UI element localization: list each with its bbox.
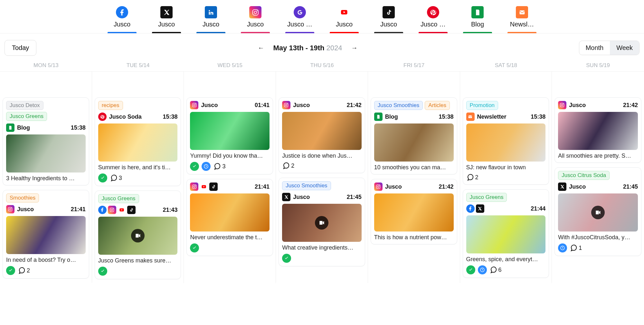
instagram-icon [282, 101, 290, 109]
comments-count: 2 [18, 267, 30, 274]
post-card[interactable]: PromotionNewsletter15:38SJ: new flavour … [463, 97, 549, 185]
status-scheduled-icon [558, 243, 567, 252]
account-tab-label: Jusco [158, 21, 175, 30]
post-time: 15:38 [531, 113, 545, 120]
post-footer: 1 [558, 243, 638, 252]
post-footer [190, 243, 270, 252]
channel-name: Jusco [293, 194, 310, 201]
google-icon [294, 6, 306, 18]
status-approved-icon [190, 243, 199, 252]
tag: Articles [425, 101, 450, 110]
youtube-icon [338, 6, 350, 18]
prev-week-button[interactable]: ← [255, 43, 267, 53]
post-caption: Summer is here, and it's ti… [98, 164, 178, 171]
post-card[interactable]: Jusco21:42All smoothies are pretty. S… [554, 97, 641, 163]
account-tab-label: Jusco [247, 21, 264, 30]
post-card[interactable]: Jusco21:42This is how a nutrient pow… [371, 179, 457, 244]
calendar-controls: Today ← May 13th - 19th 2024 → Month Wee… [0, 34, 644, 59]
post-caption: Justice is done when Jus… [282, 153, 362, 159]
post-caption: SJ: new flavour in town [466, 164, 546, 171]
view-week-button[interactable]: Week [610, 41, 639, 55]
post-caption: All smoothies are pretty. S… [558, 153, 638, 159]
day-headers: MON 5/13TUE 5/14WED 5/15THU 5/16FRI 5/17… [0, 59, 644, 72]
view-month-button[interactable]: Month [579, 41, 610, 55]
account-tab-tiktok[interactable]: Jusco [374, 6, 403, 33]
post-card[interactable]: Jusco Greens21:44Greens, spice, and ever… [463, 189, 549, 278]
post-footer: 6 [466, 265, 546, 274]
x-icon [476, 204, 484, 213]
svg-rect-26 [469, 115, 472, 118]
tiktok-icon [383, 6, 395, 18]
blog-icon [6, 123, 14, 132]
account-tab-google[interactable]: Jusco … [285, 6, 314, 33]
channel-row: Jusco [282, 101, 310, 109]
today-button[interactable]: Today [5, 40, 36, 56]
svg-point-14 [195, 104, 196, 104]
post-card[interactable]: Jusco SmoothiesJusco21:45What creative i… [279, 178, 365, 266]
tag: Jusco Smoothies [282, 181, 331, 190]
instagram-icon [190, 101, 198, 109]
post-caption: With #JuscoCitrusSoda, y… [558, 234, 638, 241]
account-tab-instagram[interactable]: Jusco [241, 6, 270, 33]
post-card[interactable]: Jusco SmoothiesArticlesBlog15:3810 smoot… [371, 97, 457, 174]
account-tab-facebook[interactable]: Jusco [108, 6, 137, 33]
account-tab-label: Jusco … [287, 21, 312, 30]
account-tab-x[interactable]: Jusco [152, 6, 181, 33]
channel-name: Jusco Soda [109, 113, 142, 120]
comments-count: 2 [282, 162, 294, 170]
account-tab-youtube[interactable]: Jusco [330, 6, 359, 33]
post-card[interactable]: Jusco01:41Yummy! Did you know tha…3 [186, 97, 273, 174]
post-time: 21:45 [623, 183, 638, 190]
post-time: 21:42 [347, 102, 362, 109]
instagram-icon [6, 205, 14, 213]
tag: Jusco Detox [6, 101, 43, 110]
comments-count: 3 [213, 162, 225, 170]
status-scheduled-icon [202, 162, 211, 171]
account-tab-blog[interactable]: Blog [463, 6, 492, 33]
post-time: 21:41 [255, 183, 270, 190]
post-card[interactable]: Jusco21:42Justice is done when Jus…2 [279, 97, 365, 173]
account-tab-newsletter[interactable]: Newsl… [507, 6, 536, 33]
svg-point-24 [377, 186, 379, 187]
account-tab-linkedin[interactable]: Jusco [196, 6, 225, 33]
tag: recipes [98, 101, 123, 110]
svg-point-18 [195, 185, 196, 186]
post-card[interactable]: recipesJusco Soda15:38Summer is here, an… [95, 97, 181, 186]
date-range: ← May 13th - 19th 2024 → [255, 43, 360, 53]
channel-row: Newsletter [466, 113, 507, 121]
instagram-icon [249, 6, 261, 18]
comments-count: 6 [489, 266, 502, 274]
post-thumbnail [466, 215, 546, 253]
channel-row [466, 204, 484, 213]
day-column: PromotionNewsletter15:38SJ: new flavour … [460, 72, 552, 283]
post-time: 21:42 [623, 102, 638, 109]
post-time: 21:45 [347, 194, 362, 201]
post-footer: 3 [98, 173, 178, 182]
day-header: TUE 5/14 [92, 62, 184, 69]
post-card[interactable]: 21:41Never underestimate the t… [186, 179, 273, 256]
post-card[interactable]: Jusco Citrus SodaJusco21:45With #JuscoCi… [554, 167, 641, 256]
day-header: MON 5/13 [0, 62, 92, 69]
post-card[interactable]: Jusco DetoxJusco GreensBlog15:383 Health… [3, 97, 89, 185]
post-time: 01:41 [255, 102, 270, 109]
account-tab-label: Jusco … [421, 21, 446, 30]
youtube-icon [118, 206, 126, 214]
post-card[interactable]: SmoothiesJusco21:41In need of a boost? T… [3, 190, 89, 279]
instagram-icon [108, 206, 116, 214]
post-caption: Greens, spice, and everyt… [466, 256, 546, 263]
post-card[interactable]: Jusco Greens21:43Jusco Greens makes sure… [95, 191, 181, 279]
svg-point-21 [286, 104, 287, 106]
status-approved-icon [6, 266, 15, 275]
next-week-button[interactable]: → [349, 43, 360, 53]
account-tab-label: Blog [471, 21, 484, 30]
tag: Jusco Citrus Soda [558, 171, 610, 180]
pinterest-icon [98, 113, 107, 121]
account-tab-pinterest[interactable]: Jusco … [419, 6, 448, 33]
post-footer: 3 [190, 162, 270, 171]
channel-row: Blog [374, 113, 398, 121]
tiktok-icon [127, 206, 136, 214]
post-thumbnail [558, 193, 638, 231]
post-footer [282, 254, 362, 263]
video-icon [315, 216, 328, 230]
channel-row: Jusco Soda [98, 113, 142, 121]
